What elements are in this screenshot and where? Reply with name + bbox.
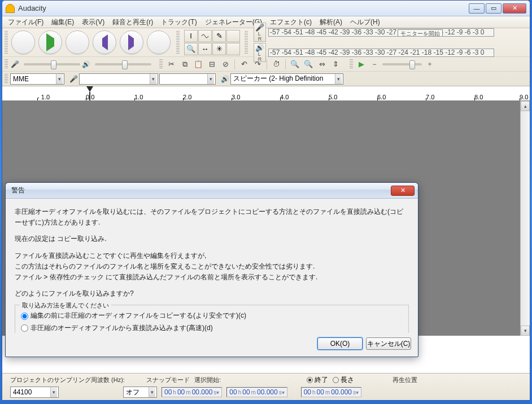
warning-dialog: 警告 ✕ 非圧縮オーディオファイルを取り込むには、そのファイルをプロジェクトにコ…: [5, 182, 418, 357]
dialog-title: 警告: [9, 186, 391, 195]
dialog-text: 現在の設定は コピー取り込み.: [15, 234, 409, 244]
dialog-text: 非圧縮オーディオファイルを取り込むには、そのファイルをプロジェクトにコピーする方…: [15, 207, 409, 228]
option-direct[interactable]: 非圧縮のオーディオファイルから直接読み込みます(高速)(d): [21, 322, 403, 333]
dialog-body: 非圧縮オーディオファイルを取り込むには、そのファイルをプロジェクトにコピーする方…: [6, 199, 418, 333]
dialog-text: ファイルを直接読み込むことですぐに再生や編集を行えますが, この方法はそれらのフ…: [15, 251, 409, 283]
dialog-titlebar[interactable]: 警告 ✕: [6, 183, 418, 199]
option-copy[interactable]: 編集の前に非圧縮のオーディオファイルをコピーする(より安全です)(c): [21, 310, 403, 322]
option-copy-radio[interactable]: [21, 313, 28, 320]
import-method-fieldset: 取り込み方法を選んでください 編集の前に非圧縮のオーディオファイルをコピーする(…: [15, 305, 409, 333]
ok-button[interactable]: OK(O): [317, 337, 363, 350]
dialog-text: どのようにファイルを取り込みますか?: [15, 288, 409, 299]
modal-overlay: 警告 ✕ 非圧縮オーディオファイルを取り込むには、そのファイルをプロジェクトにコ…: [0, 0, 532, 404]
dialog-close-button[interactable]: ✕: [391, 186, 415, 196]
fieldset-legend: 取り込み方法を選んでください: [20, 301, 111, 311]
cancel-button[interactable]: キャンセル(C): [366, 337, 411, 350]
option-direct-radio[interactable]: [21, 324, 28, 332]
